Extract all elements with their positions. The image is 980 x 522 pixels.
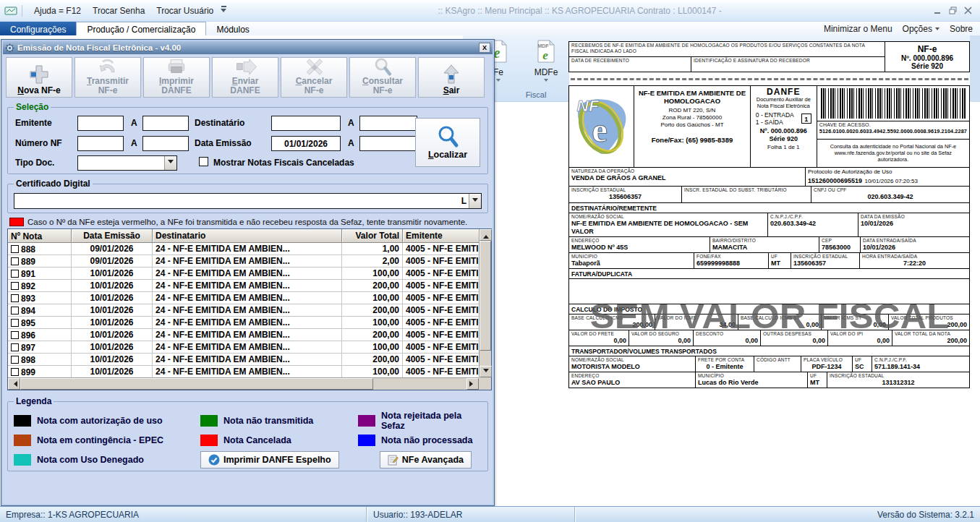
scroll-up-button[interactable] [480, 229, 492, 241]
section-destinatario: DESTINATÁRIO/REMETENTE [568, 202, 970, 213]
certificado-select[interactable]: L [14, 193, 482, 209]
menu-item-trocar-usuario[interactable]: Trocar Usuário [150, 4, 219, 18]
data-emissao-de-input[interactable] [271, 136, 341, 151]
dest-uf: UFMT [768, 252, 791, 269]
emitente-de-input[interactable] [77, 116, 124, 131]
emitente-label: Emitente [15, 118, 52, 128]
tipo-doc-select[interactable] [77, 155, 177, 171]
restore-icon[interactable] [948, 7, 958, 14]
menubar-divider [22, 5, 22, 17]
imprimir-danfe-button[interactable]: Imprimir DANFE [143, 57, 210, 98]
row-checkbox[interactable] [11, 331, 19, 339]
table-row[interactable]: 89610/01/202624 - NF-E EMITIDA EM AMBIEN… [8, 329, 479, 341]
col-header-destinatario[interactable]: Destinatario [153, 229, 342, 243]
scroll-right-button[interactable] [466, 378, 479, 390]
horizontal-scroll-thumb[interactable] [20, 378, 373, 390]
vertical-scroll-thumb[interactable] [480, 241, 491, 351]
menu-item-trocar-senha[interactable]: Trocar Senha [87, 4, 150, 18]
scroll-left-button[interactable] [8, 378, 20, 390]
table-row[interactable]: 89410/01/202624 - NF-E EMITIDA EM AMBIEN… [8, 304, 479, 317]
canhoto-data-recebimento: DATA DE RECEBIMENTO [568, 56, 691, 72]
mostrar-canceladas-checkbox[interactable] [199, 157, 208, 166]
ribbon-mdfe-button[interactable]: MDFe MDFe [527, 39, 566, 84]
row-checkbox[interactable] [11, 356, 19, 364]
destinatario-ate-input[interactable] [359, 116, 417, 131]
vertical-scrollbar[interactable] [479, 229, 491, 377]
numero-nf-ate-input[interactable] [142, 136, 189, 151]
legend-item-nao-processada: Nota não processada [358, 435, 482, 446]
transmitir-nfe-button[interactable]: Transmitir NF-e [74, 57, 141, 98]
col-header-emitente[interactable]: Emitente [403, 229, 479, 243]
note-pencil-icon [388, 454, 399, 466]
dest-hora: HORA ENTRADA/SAÍDA7:22:20 [859, 252, 970, 269]
dest-bairro: BAIRRO/DISTRITOMAMACITA [710, 236, 819, 253]
scroll-down-button[interactable] [480, 366, 492, 377]
enviar-danfe-button[interactable]: Enviar DANFE [212, 57, 278, 98]
sobre-link[interactable]: Sobre [950, 24, 973, 34]
table-row[interactable]: 89910/01/202624 - NF-E EMITIDA EM AMBIEN… [8, 366, 479, 378]
certificado-legend: Certificado Digital [14, 179, 93, 189]
minimizar-menu-link[interactable]: Minimizar o Menu [824, 24, 892, 34]
destinatario-de-input[interactable] [271, 116, 341, 131]
row-checkbox[interactable] [11, 245, 19, 253]
col-header-valor[interactable]: Valor Total [342, 229, 403, 243]
table-row[interactable]: 89710/01/202624 - NF-E EMITIDA EM AMBIEN… [8, 341, 479, 354]
aviso-text: Caso o Nº da NFe esteja vermelho, a NFe … [27, 218, 467, 226]
window-titlebar[interactable]: Emissão de Nota Fiscal Eletrônica - v4.0… [3, 41, 493, 54]
tab-producao-comercializacao[interactable]: Produção / Comercialização [76, 22, 206, 35]
table-row[interactable]: 88809/01/202624 - NF-E EMITIDA EM AMBIEN… [8, 243, 479, 255]
row-checkbox[interactable] [11, 368, 19, 376]
row-checkbox[interactable] [11, 319, 19, 327]
table-row[interactable]: 89110/01/202624 - NF-E EMITIDA EM AMBIEN… [8, 268, 479, 280]
certificado-dropdown-button[interactable] [469, 194, 481, 208]
row-checkbox[interactable] [11, 294, 19, 302]
teal-swatch [14, 454, 31, 466]
selecao-fieldset: Seleção Emitente A Destinatário A Número… [7, 102, 488, 174]
opcoes-menu[interactable]: Opções [903, 24, 939, 34]
table-row[interactable]: 89810/01/202624 - NF-E EMITIDA EM AMBIEN… [8, 354, 479, 366]
horizontal-scrollbar[interactable] [8, 377, 479, 390]
window-close-button[interactable]: X [479, 43, 490, 53]
send-arrow-icon [232, 58, 258, 76]
a-label: A [348, 118, 354, 128]
localizar-button[interactable]: Localizar [415, 118, 480, 167]
undo-arrow-icon [95, 58, 121, 76]
row-checkbox[interactable] [11, 282, 19, 290]
table-row[interactable]: 89310/01/202624 - NF-E EMITIDA EM AMBIEN… [8, 292, 479, 304]
col-header-data[interactable]: Data Emissão [72, 229, 153, 243]
table-row[interactable]: 88909/01/202624 - NF-E EMITIDA EM AMBIEN… [8, 255, 479, 268]
consulta-box: Consulta da autenticidade no Portal Naci… [817, 139, 970, 168]
numero-nf-de-input[interactable] [77, 136, 124, 151]
tab-modulos[interactable]: Módulos [206, 22, 259, 35]
svg-text:MDF: MDF [537, 43, 549, 48]
close-icon[interactable] [963, 7, 973, 14]
menu-item-ajuda[interactable]: Ajuda = F12 [28, 4, 87, 18]
consultar-nfe-button[interactable]: Consultar NF-e [349, 57, 416, 98]
row-checkbox[interactable] [11, 257, 19, 265]
table-row[interactable]: 89510/01/202624 - NF-E EMITIDA EM AMBIEN… [8, 317, 479, 329]
imprimir-danfe-espelho-button[interactable]: Imprimir DANFE Espelho [200, 451, 339, 468]
dest-cep: CEP78563000 [819, 236, 861, 253]
sair-button[interactable]: Sair [418, 57, 485, 98]
row-checkbox[interactable] [11, 343, 19, 351]
cancelar-nfe-button[interactable]: Cancelar NF-e [281, 57, 347, 98]
col-header-nota[interactable]: Nº Nota [8, 229, 72, 243]
nfe-avancada-button[interactable]: NFe Avançada [380, 451, 472, 468]
emitente-box: NF-E EMITIDA EM AMBIENTE DE HOMOLOGACAO … [634, 85, 751, 168]
emitente-ate-input[interactable] [142, 116, 189, 131]
nova-nfe-button[interactable]: Nova NF-e [6, 57, 72, 98]
row-checkbox[interactable] [11, 307, 19, 315]
menu-overflow-icon[interactable] [221, 6, 226, 15]
statusbar-versao: Versão do Sistema: 3.2.1 [576, 507, 980, 522]
barcode-box [817, 85, 970, 121]
canhoto-assinatura: IDENTIFICAÇÃO E ASSINATURA DO RECEBEDOR [691, 56, 885, 72]
tipo-doc-label: Tipo Doc. [15, 158, 54, 168]
tab-configuracoes[interactable]: Configurações [0, 22, 76, 35]
magnifier-icon [435, 125, 460, 148]
data-emissao-ate-input[interactable] [359, 136, 417, 151]
minimize-icon[interactable] [933, 7, 942, 14]
transp-uf2: UFMT [807, 372, 827, 388]
row-checkbox[interactable] [11, 270, 19, 278]
table-row[interactable]: 89210/01/202624 - NF-E EMITIDA EM AMBIEN… [8, 280, 479, 292]
legend-item-autorizacao: Nota com autorização de uso [14, 415, 200, 427]
